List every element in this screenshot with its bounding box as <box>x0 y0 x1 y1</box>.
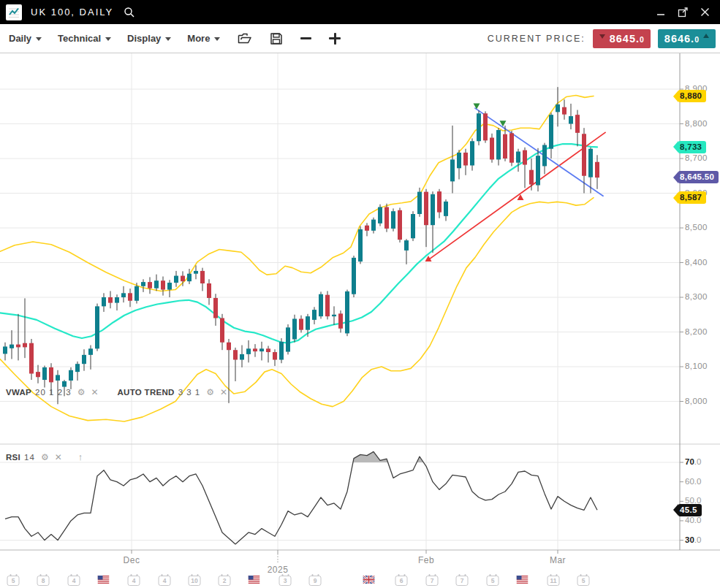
us-flag-icon[interactable] <box>517 573 529 586</box>
upper-band-badge: 8,880 <box>673 90 706 102</box>
price-axis-label: 8,200 <box>685 327 708 336</box>
vwap-settings-gear-icon[interactable]: ⚙ <box>77 387 86 397</box>
vwap-badge: 8,733 <box>673 141 706 153</box>
economic-event-calendar-icon[interactable]: 3 <box>279 573 292 586</box>
price-axis-label: 8,300 <box>685 292 708 301</box>
autotrend-remove-icon[interactable]: ✕ <box>220 387 227 397</box>
display-menu-label: Display <box>127 33 161 44</box>
zoom-out-button[interactable] <box>300 37 311 40</box>
autotrend-label: AUTO TREND <box>117 388 174 397</box>
lower-band-badge: 8,587 <box>673 191 706 204</box>
sell-price-value: 8645. <box>610 33 640 45</box>
chevron-down-icon <box>105 37 111 41</box>
display-menu[interactable]: Display <box>127 33 171 44</box>
vwap-legend-row: VWAP 20 1 2 3 ⚙ ✕ AUTO TREND 3 3 1 ⚙ ✕ <box>6 387 227 397</box>
economic-event-calendar-icon[interactable]: 5 <box>577 573 590 586</box>
economic-event-calendar-icon[interactable]: 4 <box>128 573 140 586</box>
economic-event-calendar-icon[interactable]: 7 <box>456 573 469 586</box>
buy-price-value: 8646. <box>664 33 694 45</box>
vwap-params: 20 1 2 3 <box>35 388 72 397</box>
candlestick-chart[interactable] <box>0 53 720 588</box>
minimize-button[interactable] <box>651 3 670 22</box>
title-bar: UK 100, DAILY <box>0 0 720 24</box>
buy-price-button[interactable]: 8646. 0 <box>658 29 716 48</box>
vwap-remove-icon[interactable]: ✕ <box>91 387 98 397</box>
economic-event-calendar-icon[interactable]: 10 <box>189 573 201 586</box>
sell-price-button[interactable]: 8645. 0 <box>593 29 651 48</box>
rsi-axis-label: 60.0 <box>685 477 701 486</box>
chevron-down-icon <box>165 37 171 41</box>
us-flag-icon[interactable] <box>249 573 261 586</box>
price-axis-label: 8,700 <box>685 153 708 162</box>
economic-event-calendar-icon[interactable]: 8 <box>37 573 50 586</box>
app-logo-icon <box>6 4 22 20</box>
price-axis-label: 8,000 <box>685 397 708 405</box>
open-folder-icon[interactable] <box>238 32 252 45</box>
time-axis-label: Dec <box>124 555 140 565</box>
chevron-down-icon <box>36 37 42 41</box>
timeframe-menu-label: Daily <box>9 33 31 44</box>
price-axis-label: 8,800 <box>685 119 708 128</box>
rsi-value-badge: 45.5 <box>673 504 702 516</box>
rsi-remove-icon[interactable]: ✕ <box>55 452 62 462</box>
rsi-axis-label: 40.0 <box>685 516 701 524</box>
more-menu-label: More <box>187 33 210 44</box>
search-icon[interactable] <box>124 7 135 18</box>
close-icon[interactable] <box>695 3 714 22</box>
autotrend-settings-gear-icon[interactable]: ⚙ <box>206 387 214 397</box>
technical-menu-label: Technical <box>58 33 101 44</box>
economic-event-calendar-icon[interactable]: 7 <box>426 573 439 586</box>
economic-event-calendar-icon[interactable]: 6 <box>395 573 408 586</box>
time-axis-label: Feb <box>418 555 434 565</box>
last-price-badge: 8,645.50 <box>673 171 719 183</box>
more-menu[interactable]: More <box>187 33 220 44</box>
uk-flag-icon[interactable] <box>363 573 376 586</box>
rsi-params: 14 <box>24 453 35 462</box>
price-axis-label: 8,100 <box>685 362 708 370</box>
chart-area[interactable]: VWAP 20 1 2 3 ⚙ ✕ AUTO TREND 3 3 1 ⚙ ✕ R… <box>0 53 720 588</box>
economic-event-calendar-icon[interactable]: 11 <box>547 573 560 586</box>
price-down-arrow-icon <box>599 34 605 39</box>
price-axis-label: 8,400 <box>685 258 708 267</box>
time-axis-label: Mar <box>550 555 566 565</box>
popout-window-icon[interactable] <box>673 3 692 22</box>
rsi-legend-row: RSI 14 ⚙ ✕ ↑ <box>6 451 83 462</box>
us-flag-icon[interactable] <box>98 573 110 586</box>
rsi-axis-label: 70.0 <box>685 457 701 466</box>
economic-event-calendar-icon[interactable]: 4 <box>159 573 171 586</box>
chart-toolbar: Daily Technical Display More CURRENT PRI… <box>0 24 720 53</box>
economic-event-calendar-icon[interactable]: 2 <box>219 573 231 586</box>
save-icon[interactable] <box>270 32 283 45</box>
timeframe-menu[interactable]: Daily <box>9 33 42 44</box>
economic-event-calendar-icon[interactable]: 4 <box>68 573 80 586</box>
economic-event-calendar-icon[interactable]: 5 <box>7 573 20 586</box>
rsi-settings-gear-icon[interactable]: ⚙ <box>41 452 49 462</box>
rsi-axis-label: 30.0 <box>685 535 701 544</box>
chart-title: UK 100, DAILY <box>31 7 113 18</box>
vwap-label: VWAP <box>6 388 31 397</box>
rsi-label: RSI <box>6 453 20 462</box>
economic-event-calendar-icon[interactable]: 9 <box>309 573 322 586</box>
current-price-label: CURRENT PRICE: <box>488 34 586 44</box>
price-axis-label: 8,500 <box>685 223 708 232</box>
economic-event-calendar-icon[interactable]: 5 <box>487 573 499 586</box>
rsi-move-up-icon[interactable]: ↑ <box>78 451 83 462</box>
technical-menu[interactable]: Technical <box>58 33 111 44</box>
price-up-arrow-icon <box>703 34 709 38</box>
chevron-down-icon <box>214 37 220 41</box>
autotrend-params: 3 3 1 <box>178 388 201 397</box>
zoom-in-button[interactable] <box>329 33 341 45</box>
